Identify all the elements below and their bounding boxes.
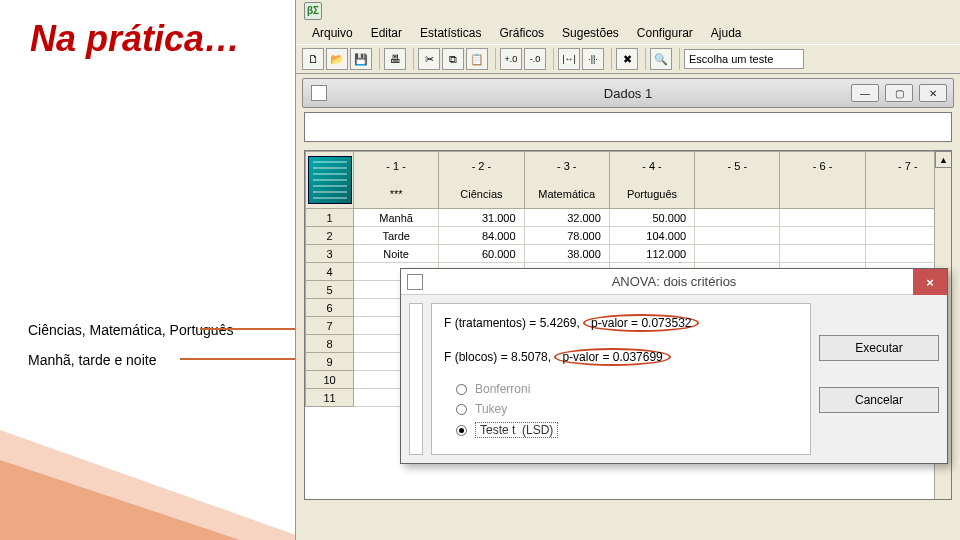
menu-ajuda[interactable]: Ajuda: [703, 24, 750, 42]
col-name-4[interactable]: Português: [609, 180, 694, 209]
cell[interactable]: [695, 227, 780, 245]
cell[interactable]: 84.000: [439, 227, 524, 245]
row-header[interactable]: 11: [306, 389, 354, 407]
dialog-close-button[interactable]: ×: [913, 269, 947, 295]
pvalue-blocks: p-valor = 0.037699: [554, 348, 670, 366]
svg-marker-1: [0, 460, 240, 540]
toolbar-separator: [550, 48, 554, 70]
radio-lsd[interactable]: Teste t (LSD): [456, 422, 798, 438]
delete-icon[interactable]: ✖: [616, 48, 638, 70]
col-header-4[interactable]: - 4 -: [609, 152, 694, 181]
formula-bar[interactable]: [304, 112, 952, 142]
dialog-results-panel: F (tratamentos) = 5.4269, p-valor = 0.07…: [431, 303, 811, 455]
col-header-2[interactable]: - 2 -: [439, 152, 524, 181]
row-header[interactable]: 9: [306, 353, 354, 371]
menu-graficos[interactable]: Gráficos: [491, 24, 552, 42]
cell[interactable]: [780, 227, 865, 245]
row-header[interactable]: 4: [306, 263, 354, 281]
cut-icon[interactable]: ✂: [418, 48, 440, 70]
cell[interactable]: 60.000: [439, 245, 524, 263]
scroll-up-icon[interactable]: ▲: [935, 151, 952, 168]
row-header[interactable]: 8: [306, 335, 354, 353]
cell[interactable]: 112.000: [609, 245, 694, 263]
narrow-column-button[interactable]: ·||·: [582, 48, 604, 70]
maximize-button[interactable]: ▢: [885, 84, 913, 102]
col-name-5[interactable]: [695, 180, 780, 209]
radio-tukey[interactable]: Tukey: [456, 402, 798, 416]
cell[interactable]: Tarde: [354, 227, 439, 245]
open-file-icon[interactable]: 📂: [326, 48, 348, 70]
grid-corner[interactable]: [306, 152, 354, 209]
minimize-button[interactable]: —: [851, 84, 879, 102]
cell[interactable]: [695, 245, 780, 263]
document-title: Dados 1: [604, 86, 652, 101]
dialog-icon: [407, 274, 423, 290]
radio-bonferroni[interactable]: Bonferroni: [456, 382, 798, 396]
cell[interactable]: [695, 209, 780, 227]
dialog-left-panel: [409, 303, 423, 455]
execute-button[interactable]: Executar: [819, 335, 939, 361]
radio-label-selected: Teste t (LSD): [475, 422, 558, 438]
col-name-3[interactable]: Matemática: [524, 180, 609, 209]
menu-sugestoes[interactable]: Sugestões: [554, 24, 627, 42]
toolbar-separator: [642, 48, 646, 70]
row-header[interactable]: 1: [306, 209, 354, 227]
test-select[interactable]: Escolha um teste: [684, 49, 804, 69]
svg-marker-0: [0, 430, 310, 540]
row-header[interactable]: 2: [306, 227, 354, 245]
cell[interactable]: [780, 209, 865, 227]
col-header-6[interactable]: - 6 -: [780, 152, 865, 181]
copy-icon[interactable]: ⧉: [442, 48, 464, 70]
col-name-1[interactable]: ***: [354, 180, 439, 209]
print-icon[interactable]: 🖶: [384, 48, 406, 70]
menu-estatisticas[interactable]: Estatísticas: [412, 24, 489, 42]
cancel-button[interactable]: Cancelar: [819, 387, 939, 413]
menu-arquivo[interactable]: Arquivo: [304, 24, 361, 42]
slide-label-periods: Manhã, tarde e noite: [28, 352, 156, 368]
radio-icon: [456, 404, 467, 415]
slide-title: Na prática…: [30, 18, 240, 60]
f-treatments-prefix: F (tratamentos) = 5.4269,: [444, 316, 583, 330]
decrease-decimals-button[interactable]: -.0: [524, 48, 546, 70]
cell[interactable]: 104.000: [609, 227, 694, 245]
increase-decimals-button[interactable]: +.0: [500, 48, 522, 70]
row-header[interactable]: 7: [306, 317, 354, 335]
row-header[interactable]: 10: [306, 371, 354, 389]
grid-corner-icon: [308, 156, 352, 204]
toolbar-separator: [608, 48, 612, 70]
row-header[interactable]: 6: [306, 299, 354, 317]
toolbar-separator: [376, 48, 380, 70]
cell[interactable]: [780, 245, 865, 263]
cell[interactable]: 78.000: [524, 227, 609, 245]
col-name-2[interactable]: Ciências: [439, 180, 524, 209]
col-header-5[interactable]: - 5 -: [695, 152, 780, 181]
toolbar-separator: [676, 48, 680, 70]
col-header-1[interactable]: - 1 -: [354, 152, 439, 181]
row-header[interactable]: 3: [306, 245, 354, 263]
new-file-icon[interactable]: 🗋: [302, 48, 324, 70]
cell[interactable]: Manhã: [354, 209, 439, 227]
cell[interactable]: 38.000: [524, 245, 609, 263]
menu-configurar[interactable]: Configurar: [629, 24, 701, 42]
close-button[interactable]: ✕: [919, 84, 947, 102]
row-header[interactable]: 5: [306, 281, 354, 299]
col-name-6[interactable]: [780, 180, 865, 209]
table-row: 3 Noite 60.000 38.000 112.000: [306, 245, 951, 263]
dialog-title-bar: ANOVA: dois critérios ×: [401, 269, 947, 295]
document-icon: [311, 85, 327, 101]
radio-icon: [456, 425, 467, 436]
cell[interactable]: 50.000: [609, 209, 694, 227]
cell[interactable]: 31.000: [439, 209, 524, 227]
paste-icon[interactable]: 📋: [466, 48, 488, 70]
cell[interactable]: 32.000: [524, 209, 609, 227]
widen-column-button[interactable]: |↔|: [558, 48, 580, 70]
col-header-3[interactable]: - 3 -: [524, 152, 609, 181]
menu-editar[interactable]: Editar: [363, 24, 410, 42]
dialog-buttons-panel: Executar Cancelar: [819, 303, 939, 455]
cell[interactable]: Noite: [354, 245, 439, 263]
toolbar-separator: [492, 48, 496, 70]
save-icon[interactable]: 💾: [350, 48, 372, 70]
find-icon[interactable]: 🔍: [650, 48, 672, 70]
app-logo-icon: βΣ: [304, 2, 322, 20]
slide-label-subjects: Ciências, Matemática, Português: [28, 322, 233, 338]
